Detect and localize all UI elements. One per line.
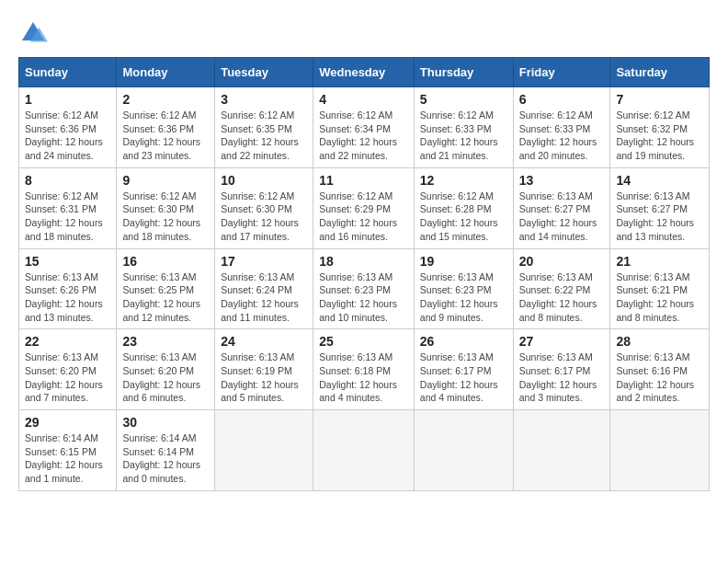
calendar-cell: [513, 410, 610, 491]
calendar-cell: [414, 410, 513, 491]
calendar-cell: [610, 410, 710, 491]
calendar-week-2: 8Sunrise: 6:12 AMSunset: 6:31 PMDaylight…: [19, 167, 710, 248]
calendar-cell: 28Sunrise: 6:13 AMSunset: 6:16 PMDayligh…: [610, 329, 710, 410]
calendar-cell: 3Sunrise: 6:12 AMSunset: 6:35 PMDaylight…: [215, 87, 313, 168]
day-info: Sunrise: 6:12 AMSunset: 6:36 PMDaylight:…: [122, 109, 200, 161]
day-info: Sunrise: 6:12 AMSunset: 6:30 PMDaylight:…: [122, 190, 200, 242]
calendar-cell: 13Sunrise: 6:13 AMSunset: 6:27 PMDayligh…: [513, 167, 610, 248]
calendar-cell: 19Sunrise: 6:13 AMSunset: 6:23 PMDayligh…: [414, 248, 513, 329]
calendar-cell: [215, 410, 313, 491]
day-number: 6: [519, 92, 605, 107]
day-number: 4: [319, 92, 408, 107]
header-friday: Friday: [513, 58, 610, 87]
calendar-week-1: 1Sunrise: 6:12 AMSunset: 6:36 PMDaylight…: [19, 87, 710, 168]
day-info: Sunrise: 6:13 AMSunset: 6:18 PMDaylight:…: [319, 351, 397, 403]
calendar-cell: 6Sunrise: 6:12 AMSunset: 6:33 PMDaylight…: [513, 87, 610, 168]
logo-icon: [18, 18, 48, 48]
day-number: 27: [519, 334, 605, 349]
logo: [18, 18, 51, 48]
day-number: 9: [122, 173, 209, 188]
header-thursday: Thursday: [414, 58, 513, 87]
day-info: Sunrise: 6:13 AMSunset: 6:16 PMDaylight:…: [616, 351, 694, 403]
calendar-week-3: 15Sunrise: 6:13 AMSunset: 6:26 PMDayligh…: [19, 248, 710, 329]
day-info: Sunrise: 6:13 AMSunset: 6:17 PMDaylight:…: [519, 351, 597, 403]
day-info: Sunrise: 6:13 AMSunset: 6:23 PMDaylight:…: [319, 271, 397, 323]
day-info: Sunrise: 6:13 AMSunset: 6:23 PMDaylight:…: [420, 271, 498, 323]
day-number: 15: [25, 254, 110, 269]
day-number: 21: [616, 254, 703, 269]
day-info: Sunrise: 6:12 AMSunset: 6:33 PMDaylight:…: [420, 109, 498, 161]
day-info: Sunrise: 6:13 AMSunset: 6:24 PMDaylight:…: [221, 271, 299, 323]
calendar-cell: 11Sunrise: 6:12 AMSunset: 6:29 PMDayligh…: [313, 167, 415, 248]
day-number: 25: [319, 334, 408, 349]
day-info: Sunrise: 6:13 AMSunset: 6:22 PMDaylight:…: [519, 271, 597, 323]
day-info: Sunrise: 6:14 AMSunset: 6:14 PMDaylight:…: [122, 432, 200, 484]
day-number: 13: [519, 173, 605, 188]
day-number: 19: [420, 254, 507, 269]
day-info: Sunrise: 6:12 AMSunset: 6:36 PMDaylight:…: [25, 109, 103, 161]
calendar-table: SundayMondayTuesdayWednesdayThursdayFrid…: [18, 57, 710, 491]
day-number: 5: [420, 92, 507, 107]
day-info: Sunrise: 6:13 AMSunset: 6:20 PMDaylight:…: [25, 351, 103, 403]
calendar-cell: [313, 410, 415, 491]
calendar-cell: 30Sunrise: 6:14 AMSunset: 6:14 PMDayligh…: [117, 410, 215, 491]
day-number: 18: [319, 254, 408, 269]
calendar-cell: 27Sunrise: 6:13 AMSunset: 6:17 PMDayligh…: [513, 329, 610, 410]
calendar-cell: 10Sunrise: 6:12 AMSunset: 6:30 PMDayligh…: [215, 167, 313, 248]
calendar-cell: 25Sunrise: 6:13 AMSunset: 6:18 PMDayligh…: [313, 329, 415, 410]
day-number: 22: [25, 334, 110, 349]
day-number: 11: [319, 173, 408, 188]
header-saturday: Saturday: [610, 58, 710, 87]
day-info: Sunrise: 6:12 AMSunset: 6:28 PMDaylight:…: [420, 190, 498, 242]
day-number: 26: [420, 334, 507, 349]
calendar-cell: 1Sunrise: 6:12 AMSunset: 6:36 PMDaylight…: [19, 87, 117, 168]
day-info: Sunrise: 6:13 AMSunset: 6:20 PMDaylight:…: [122, 351, 200, 403]
calendar-cell: 14Sunrise: 6:13 AMSunset: 6:27 PMDayligh…: [610, 167, 710, 248]
calendar-cell: 5Sunrise: 6:12 AMSunset: 6:33 PMDaylight…: [414, 87, 513, 168]
day-info: Sunrise: 6:13 AMSunset: 6:21 PMDaylight:…: [616, 271, 694, 323]
calendar-cell: 2Sunrise: 6:12 AMSunset: 6:36 PMDaylight…: [117, 87, 215, 168]
day-number: 23: [122, 334, 209, 349]
day-info: Sunrise: 6:13 AMSunset: 6:19 PMDaylight:…: [221, 351, 299, 403]
calendar-week-4: 22Sunrise: 6:13 AMSunset: 6:20 PMDayligh…: [19, 329, 710, 410]
calendar-cell: 18Sunrise: 6:13 AMSunset: 6:23 PMDayligh…: [313, 248, 415, 329]
calendar-cell: 17Sunrise: 6:13 AMSunset: 6:24 PMDayligh…: [215, 248, 313, 329]
day-info: Sunrise: 6:14 AMSunset: 6:15 PMDaylight:…: [25, 432, 103, 484]
calendar-cell: 12Sunrise: 6:12 AMSunset: 6:28 PMDayligh…: [414, 167, 513, 248]
day-number: 17: [221, 254, 307, 269]
calendar-cell: 15Sunrise: 6:13 AMSunset: 6:26 PMDayligh…: [19, 248, 117, 329]
day-number: 8: [25, 173, 110, 188]
day-info: Sunrise: 6:12 AMSunset: 6:33 PMDaylight:…: [519, 109, 597, 161]
header-monday: Monday: [117, 58, 215, 87]
calendar-cell: 29Sunrise: 6:14 AMSunset: 6:15 PMDayligh…: [19, 410, 117, 491]
calendar-cell: 4Sunrise: 6:12 AMSunset: 6:34 PMDaylight…: [313, 87, 415, 168]
calendar-cell: 8Sunrise: 6:12 AMSunset: 6:31 PMDaylight…: [19, 167, 117, 248]
calendar-cell: 24Sunrise: 6:13 AMSunset: 6:19 PMDayligh…: [215, 329, 313, 410]
day-info: Sunrise: 6:12 AMSunset: 6:35 PMDaylight:…: [221, 109, 299, 161]
day-number: 3: [221, 92, 307, 107]
calendar-cell: 20Sunrise: 6:13 AMSunset: 6:22 PMDayligh…: [513, 248, 610, 329]
header-wednesday: Wednesday: [313, 58, 415, 87]
calendar-cell: 9Sunrise: 6:12 AMSunset: 6:30 PMDaylight…: [117, 167, 215, 248]
calendar-cell: 16Sunrise: 6:13 AMSunset: 6:25 PMDayligh…: [117, 248, 215, 329]
day-number: 30: [122, 415, 209, 430]
calendar-header-row: SundayMondayTuesdayWednesdayThursdayFrid…: [19, 58, 710, 87]
header-sunday: Sunday: [19, 58, 117, 87]
day-number: 24: [221, 334, 307, 349]
header-tuesday: Tuesday: [215, 58, 313, 87]
day-number: 28: [616, 334, 703, 349]
day-info: Sunrise: 6:13 AMSunset: 6:27 PMDaylight:…: [616, 190, 694, 242]
day-number: 10: [221, 173, 307, 188]
day-info: Sunrise: 6:13 AMSunset: 6:27 PMDaylight:…: [519, 190, 597, 242]
day-info: Sunrise: 6:13 AMSunset: 6:25 PMDaylight:…: [122, 271, 200, 323]
day-info: Sunrise: 6:12 AMSunset: 6:29 PMDaylight:…: [319, 190, 397, 242]
day-number: 7: [616, 92, 703, 107]
day-number: 14: [616, 173, 703, 188]
calendar-cell: 21Sunrise: 6:13 AMSunset: 6:21 PMDayligh…: [610, 248, 710, 329]
day-info: Sunrise: 6:13 AMSunset: 6:26 PMDaylight:…: [25, 271, 103, 323]
day-info: Sunrise: 6:12 AMSunset: 6:34 PMDaylight:…: [319, 109, 397, 161]
calendar-cell: 22Sunrise: 6:13 AMSunset: 6:20 PMDayligh…: [19, 329, 117, 410]
calendar-cell: 7Sunrise: 6:12 AMSunset: 6:32 PMDaylight…: [610, 87, 710, 168]
day-info: Sunrise: 6:12 AMSunset: 6:30 PMDaylight:…: [221, 190, 299, 242]
day-number: 29: [25, 415, 110, 430]
